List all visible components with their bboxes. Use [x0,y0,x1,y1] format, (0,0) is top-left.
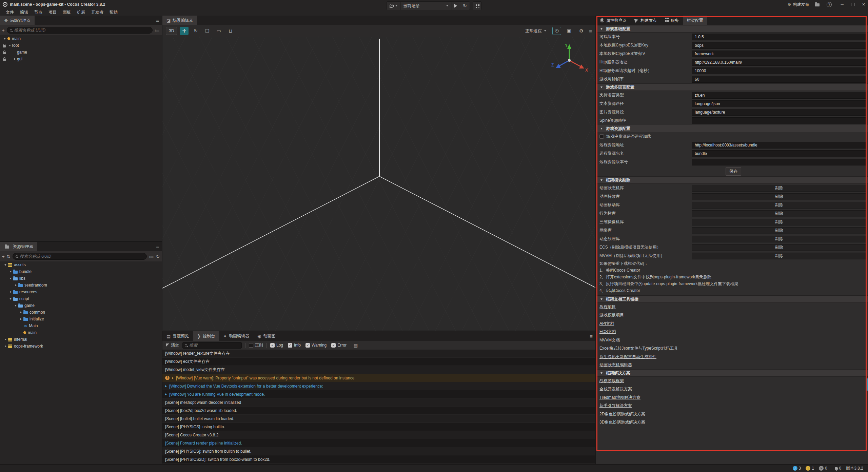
filter-error-checkbox[interactable]: Error [331,343,347,348]
tab-framework-config[interactable]: 框架配置 [683,16,707,25]
regex-checkbox[interactable]: 正则 [249,342,263,348]
config-value-input[interactable]: http://192.168.0.150/main/ [692,59,867,66]
filter-log-checkbox[interactable]: Log [270,343,283,348]
console-log-row[interactable]: [Window] model_view文件夹存在 [162,366,595,374]
scene-settings-button[interactable]: ⚙ [577,27,586,35]
section-doc-links[interactable]: 框架文档工具链接 [596,295,868,303]
doc-link[interactable]: 游戏模板项目 [599,312,624,318]
expand-arrow-icon[interactable] [19,311,23,313]
config-value-input[interactable] [692,159,867,165]
menu-item[interactable]: 文件 [3,9,17,15]
tab-asset-preview[interactable]: ▤资源预览 [162,331,193,341]
section-game-i18n-config[interactable]: 游戏多语言配置 [596,83,868,91]
module-remove-button[interactable]: 剔除 [692,244,867,251]
module-remove-button[interactable]: 剔除 [692,227,867,234]
expand-arrow-icon[interactable] [14,305,18,307]
play-button[interactable] [451,2,460,10]
console-log-row[interactable]: [Scene] Cocos Creator v3.8.2 [162,431,595,439]
panel-menu-icon[interactable]: ≡ [156,18,159,23]
doc-link[interactable]: 教程项目 [599,304,616,310]
expand-arrow-icon[interactable] [3,38,7,40]
scene-select-dropdown[interactable]: 当前场景 [400,2,451,10]
console-info-count[interactable]: i 3 [793,466,801,471]
tree-row[interactable]: gui [0,56,162,62]
tab-assets[interactable]: 资源管理器 [0,242,37,251]
console-log-row[interactable]: [Scene] [box2d]:box2d wasm lib loaded. [162,407,595,415]
tree-row[interactable]: main [0,329,162,336]
solution-link[interactable]: 全栈开发解决方案 [599,386,632,392]
tree-row[interactable]: main [0,35,162,42]
hierarchy-search-input[interactable]: 搜索名称或 UUID [7,27,153,34]
toggle-3d-button[interactable]: 3D [166,27,177,35]
window-close-button[interactable]: ✕ [862,2,865,7]
pivot-tool-button[interactable]: ⊔ [226,27,235,35]
panel-menu-icon[interactable]: ≡ [589,28,592,34]
menu-item[interactable]: 扩展 [74,9,88,15]
tree-row[interactable]: common [0,309,162,316]
scale-tool-button[interactable]: ❐ [203,27,212,35]
console-log-row[interactable]: [Window] You are running Vue in developm… [162,390,595,398]
solution-link[interactable]: 2D角色扮演游戏解决方案 [599,411,645,417]
console-warn-count[interactable]: ! 1 [806,466,814,471]
section-module-strip[interactable]: 框架模块剔除 [596,176,868,184]
sort-assets-button[interactable]: ⇅ [7,254,11,259]
log-detail-icon[interactable]: ▤ [354,343,358,348]
filter-warning-checkbox[interactable]: Warning [305,343,327,348]
notification-count[interactable]: 0 [835,466,842,471]
tree-row[interactable]: root [0,42,162,49]
panel-menu-icon[interactable]: ≡ [590,334,593,339]
menu-item[interactable]: 节点 [31,9,45,15]
tree-row[interactable]: assets [0,261,162,268]
config-value-input[interactable]: language/json [692,100,867,107]
open-project-folder-icon[interactable] [815,3,820,6]
camera-tracking-dropdown[interactable]: 正常追踪 [522,27,549,35]
module-remove-button[interactable]: 剔除 [692,210,867,217]
scrollbar-thumb[interactable] [866,378,868,391]
panel-menu-icon[interactable]: ≡ [156,244,159,249]
menu-item[interactable]: 面板 [60,9,74,15]
tree-row[interactable]: game [0,302,162,309]
console-log-row[interactable]: [Scene] meshopt wasm decoder initialized [162,398,595,407]
tab-animation-graph[interactable]: ◉动画图 [253,331,279,341]
doc-link[interactable]: API文档 [599,321,614,327]
save-button[interactable]: 保存 [726,167,741,176]
solution-link[interactable]: 3D角色扮演游戏解决方案 [599,419,645,425]
section-solution-links[interactable]: 框架解决方案 [596,369,868,377]
expand-arrow-icon[interactable] [3,345,7,347]
console-search-input[interactable]: 搜索 [182,342,242,349]
tree-row[interactable]: internal [0,336,162,343]
filter-info-checkbox[interactable]: Info [288,343,301,348]
tree-row[interactable]: script [0,295,162,302]
config-value-input[interactable]: language/texture [692,109,867,116]
build-publish-button[interactable]: ⚙ 构建发布 [788,2,809,7]
remote-load-checkbox[interactable]: 游戏中资源是否远程加载 [596,132,868,141]
tree-row[interactable]: libs [0,275,162,282]
reload-button[interactable]: ↻ [460,2,470,10]
expand-arrow-icon[interactable] [19,318,23,320]
menu-item[interactable]: 开发者 [88,9,106,15]
doc-link[interactable]: Excel格式转Json文件与TypeScript代码工具 [599,346,678,351]
scene-light-toggle[interactable]: ☉ [552,27,561,35]
expand-arrow-icon[interactable] [14,284,18,286]
refresh-icon[interactable]: ↻ [156,254,160,259]
console-log-row[interactable]: [Scene] [PHYSICS2D]: switch from box2d-w… [162,455,595,464]
config-value-input[interactable]: bundle [692,150,867,157]
config-value-input[interactable]: 60 [692,76,867,83]
tab-scene-editor[interactable]: ◪ 场景编辑器 [162,16,197,25]
console-error-count[interactable]: ✕ 0 [819,466,827,471]
console-log-row[interactable]: [Scene] [PHYSICS]: using builtin. [162,423,595,431]
config-value-input[interactable]: 10000 [692,67,867,74]
expand-arrow-icon[interactable] [165,393,167,395]
console-log-row[interactable]: [Scene] Forward render pipeline initiali… [162,439,595,447]
add-node-button[interactable]: + [2,28,5,33]
config-value-input[interactable]: oops [692,42,867,49]
scene-viewport[interactable]: Y X Z [162,37,595,331]
solution-link[interactable]: Tiledmap地图解决方案 [599,395,640,400]
module-remove-button[interactable]: 剔除 [692,236,867,242]
tab-services[interactable]: 服务 [661,16,683,25]
expand-arrow-icon[interactable] [172,377,174,379]
section-game-resource-config[interactable]: 游戏资源配置 [596,125,868,132]
config-value-input[interactable]: zh,en [692,92,867,99]
expand-arrow-icon[interactable] [8,298,13,300]
tab-hierarchy[interactable]: ❖ 层级管理器 [0,16,35,25]
